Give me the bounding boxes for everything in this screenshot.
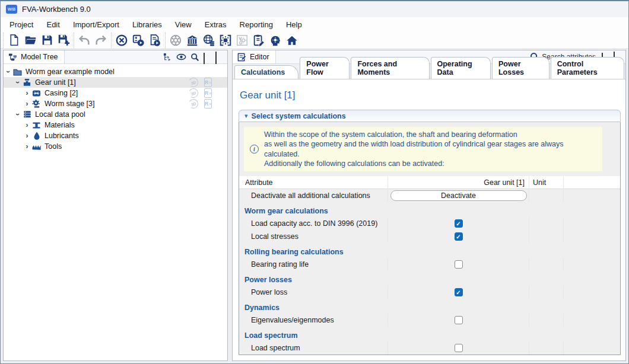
chevron-down-icon[interactable] xyxy=(13,78,22,87)
app-logo-icon: WB xyxy=(6,5,17,14)
row-label: Load spectrum xyxy=(239,344,387,352)
menu-help[interactable]: Help xyxy=(279,18,309,31)
tree-item-worm-gear-example-model[interactable]: Worm gear example model xyxy=(4,66,227,77)
checkbox-power-loss[interactable] xyxy=(455,288,463,296)
editor-tab[interactable]: Editor xyxy=(233,50,276,63)
new-file-icon[interactable] xyxy=(5,33,22,48)
variant-gears-icon[interactable] xyxy=(234,33,250,48)
menu-extras[interactable]: Extras xyxy=(198,18,233,31)
app-window: WB FVA-Workbench 9.0 Project Edit Import… xyxy=(0,0,629,364)
run-calculation-icon[interactable] xyxy=(130,33,147,48)
section-body: i Within the scope of the system calcula… xyxy=(239,122,621,355)
checkbox-local-stresses[interactable] xyxy=(455,232,463,241)
gear-frame-icon[interactable] xyxy=(217,33,234,48)
globe-database-icon[interactable] xyxy=(201,33,217,48)
toolbar-group-file xyxy=(3,33,74,48)
menu-reporting[interactable]: Reporting xyxy=(233,18,279,31)
row-label: Deactivate all additional calculations xyxy=(239,191,387,200)
menu-libraries[interactable]: Libraries xyxy=(126,18,169,31)
tab-forces-and-moments[interactable]: Forces and Moments xyxy=(351,57,429,79)
table-row: Load capacity acc. to DIN 3996 (2019) xyxy=(239,217,620,230)
tree-item-worm-stage[interactable]: Worm stage [3] 3D R xyxy=(4,98,227,109)
save-icon[interactable] xyxy=(39,33,55,48)
cancel-calculation-icon[interactable] xyxy=(113,33,130,48)
tab-calculations[interactable]: Calculations xyxy=(234,65,298,79)
folder-icon xyxy=(12,68,23,76)
maximize-panel-icon[interactable] xyxy=(215,53,224,60)
editor-icon xyxy=(237,52,247,62)
chevron-right-icon[interactable] xyxy=(23,121,31,129)
checkbox-bearing-rating-life[interactable] xyxy=(455,260,463,269)
deactivate-all-row: Deactivate all additional calculations D… xyxy=(239,189,620,202)
title-bar: WB FVA-Workbench 9.0 xyxy=(1,1,628,17)
row-label: Eigenvalues/eigenmodes xyxy=(239,316,387,324)
building-icon[interactable] xyxy=(184,33,201,48)
model-tree-icon xyxy=(8,52,18,62)
row-label: Load capacity acc. to DIN 3996 (2019) xyxy=(239,219,387,228)
bearing-icon[interactable] xyxy=(167,33,184,48)
menu-bar: Project Edit Import/Export Libraries Vie… xyxy=(1,17,628,31)
database-icon xyxy=(22,110,32,119)
model-tree: Worm gear example model Gear unit [1] 3D… xyxy=(4,64,227,152)
tree-item-materials[interactable]: Materials xyxy=(4,120,227,130)
chevron-down-icon[interactable] xyxy=(13,110,22,119)
report-icon[interactable]: R xyxy=(204,88,212,98)
model-tree-panel: Model Tree xyxy=(3,50,228,361)
tab-operating-data[interactable]: Operating Data xyxy=(431,57,491,79)
category-rolling-bearing-calculations: Rolling bearing calculations xyxy=(239,243,620,258)
tree-item-casing[interactable]: Casing [2] 3D R xyxy=(4,88,227,98)
tab-power-losses[interactable]: Power Losses xyxy=(492,57,549,79)
chevron-right-icon[interactable] xyxy=(23,142,31,151)
menu-edit[interactable]: Edit xyxy=(40,18,66,31)
view-3d-icon[interactable]: 3D xyxy=(188,98,199,110)
home-icon[interactable] xyxy=(284,33,300,48)
materials-icon xyxy=(31,121,42,130)
report-icon[interactable]: R xyxy=(204,78,212,87)
main-toolbar xyxy=(1,31,628,49)
select-system-calculations-section: Select system calculations i Within the … xyxy=(239,110,621,355)
section-header[interactable]: Select system calculations xyxy=(239,110,621,122)
toolbar-group-run xyxy=(111,33,165,48)
checkbox-eigenvalues-eigenmodes[interactable] xyxy=(455,316,463,324)
panel-splitter[interactable] xyxy=(228,50,232,361)
view-3d-icon[interactable]: 3D xyxy=(188,87,199,99)
chevron-right-icon[interactable] xyxy=(23,89,31,97)
category-power-losses: Power losses xyxy=(239,271,620,286)
chevron-right-icon[interactable] xyxy=(23,132,31,140)
eye-icon[interactable] xyxy=(176,52,186,62)
undo-icon[interactable] xyxy=(76,33,93,48)
menu-import-export[interactable]: Import/Export xyxy=(66,18,126,31)
search-icon[interactable] xyxy=(190,52,200,62)
deactivate-button[interactable]: Deactivate xyxy=(390,190,527,201)
report-icon[interactable]: R xyxy=(204,99,212,108)
col-header-unit: Unit xyxy=(529,176,563,189)
checkbox-load-capacity-din3996[interactable] xyxy=(455,219,463,228)
main-area: Model Tree xyxy=(1,50,628,363)
tree-item-tools[interactable]: Tools xyxy=(4,141,227,152)
edit-clipboard-icon[interactable] xyxy=(250,33,267,48)
save-as-icon[interactable] xyxy=(55,33,72,48)
view-3d-icon[interactable]: 3D xyxy=(188,76,199,88)
tree-item-lubricants[interactable]: Lubricants xyxy=(4,130,227,141)
link-with-editor-icon[interactable] xyxy=(163,52,173,62)
tab-control-parameters[interactable]: Control Parameters xyxy=(551,57,624,79)
chevron-right-icon[interactable] xyxy=(23,100,31,108)
tab-power-flow[interactable]: Power Flow xyxy=(300,57,350,79)
tree-item-gear-unit[interactable]: Gear unit [1] 3D R xyxy=(4,77,227,88)
row-label: Power loss xyxy=(239,288,387,296)
casing-icon xyxy=(31,89,42,98)
chevron-down-icon[interactable] xyxy=(4,68,12,76)
minimize-panel-icon[interactable] xyxy=(204,53,212,60)
redo-icon[interactable] xyxy=(93,33,109,48)
category-dynamics: Dynamics xyxy=(239,299,620,314)
model-tree-tab[interactable]: Model Tree xyxy=(4,50,65,63)
gear-unit-icon xyxy=(22,78,32,87)
open-folder-icon[interactable] xyxy=(22,33,39,48)
menu-project[interactable]: Project xyxy=(3,18,40,31)
menu-view[interactable]: View xyxy=(169,18,198,31)
checkbox-load-spectrum[interactable] xyxy=(455,344,463,352)
run-report-icon[interactable] xyxy=(147,33,163,48)
tree-item-local-data-pool[interactable]: Local data pool xyxy=(4,109,227,120)
worm-stage-icon xyxy=(31,100,42,108)
head-gear-icon[interactable] xyxy=(267,33,284,48)
